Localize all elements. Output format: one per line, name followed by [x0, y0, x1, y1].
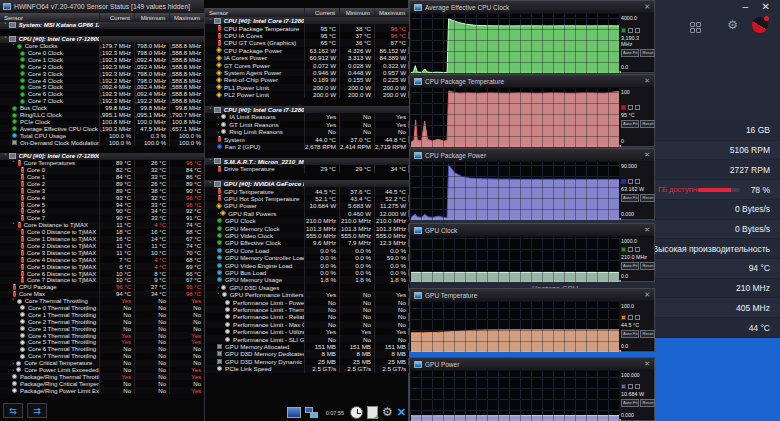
legend-checkbox[interactable]: [628, 384, 633, 389]
legend-checkbox[interactable]: [635, 28, 640, 33]
sensor-row[interactable]: GPU Bus Load0.0 %0.0 %0.0 %: [205, 269, 409, 276]
sensor-row[interactable]: PCIe Link Speed2.5 GT/s2.5 GT/s2.5 GT/s: [205, 365, 409, 372]
legend-checkbox[interactable]: [635, 179, 640, 184]
sensor-row[interactable]: GPU Power10.684 W5.683 W11.275 W: [205, 202, 409, 209]
sensor-row[interactable]: GPU D3D Memory Dedicated8 MB8 MB8 MB: [205, 350, 409, 357]
legend-checkbox[interactable]: [628, 247, 633, 252]
sensor-row[interactable]: Core 594 °C33 °C96 °C: [0, 201, 204, 208]
sensor-row[interactable]: Performance Limit - PowerNoNoNo: [205, 298, 409, 305]
sensor-section-row[interactable]: ˅GPU [#0]: NVIDIA GeForce RTX 3070 Lapto…: [205, 180, 409, 187]
sensor-row[interactable]: Core 0 Distance to TjMAX18 °C16 °C68 °C: [0, 229, 204, 236]
sensor-row[interactable]: GPU Memory Allocated151 MB151 MB151 MB: [205, 343, 409, 350]
swap-columns-button[interactable]: ⇆: [3, 403, 23, 418]
sensor-row[interactable]: Ring/LLC Clock1,995.1 MHz1,095.1 MHz3,79…: [0, 112, 204, 119]
legend-checkbox[interactable]: [628, 105, 633, 110]
sensor-row[interactable]: Core 5 Distance to TjMAX6 °C4 °C69 °C: [0, 263, 204, 270]
sensor-row[interactable]: Core 0 Clock3,192.3 MHz798.0 MHz4,588.8 …: [0, 50, 204, 57]
sensor-row[interactable]: ˅Core Distance to TjMAX11 °C4 °C74 °C: [0, 222, 204, 229]
sensor-row[interactable]: Rest-of-Chip Power0.189 W0.155 W0.225 W: [205, 76, 409, 83]
auto-fit-button[interactable]: Auto Fit: [621, 330, 639, 338]
sensor-row[interactable]: Core 3 Distance to TjMAX11 °C10 °C70 °C: [0, 249, 204, 256]
sensor-row[interactable]: Package/Ring Power Limit ExceededNoNoYes: [0, 387, 204, 394]
column-header[interactable]: Minimum: [134, 13, 169, 22]
sensor-row[interactable]: Core 790 °C33 °C91 °C: [0, 215, 204, 222]
sensor-section-row[interactable]: ˅CPU [#0]: Intel Core i7-12800H: Perform…: [205, 106, 409, 113]
sensor-row[interactable]: CPU Package96 °C27 °C96 °C: [0, 284, 204, 291]
sensor-row[interactable]: Core 3 Clock3,192.3 MHz798.0 MHz4,588.8 …: [0, 70, 204, 77]
sensor-row[interactable]: GPU Memory Clock101.3 MHz101.3 MHz101.3 …: [205, 224, 409, 231]
sensor-row[interactable]: Performance Limit - Max Operating Voltag…: [205, 321, 409, 328]
sensor-section-row[interactable]: ˅CPU [#0]: Intel Core i7-12800H: DTS: [0, 153, 204, 160]
sensor-row[interactable]: Core 184 °C33 °C86 °C: [0, 174, 204, 181]
grid-layout-icon[interactable]: [690, 22, 702, 34]
column-header[interactable]: Minimum: [339, 8, 374, 17]
sensor-row[interactable]: ›Core Power Limit ExceededNoNoYes: [0, 367, 204, 374]
column-header[interactable]: Maximum: [374, 8, 409, 17]
sensor-row[interactable]: Performance Limit - Reliability VoltageN…: [205, 313, 409, 320]
sensor-row[interactable]: Core 082 °C32 °C84 °C: [0, 167, 204, 174]
sensor-row[interactable]: ˅GPU Performance LimitersYesNoYes: [205, 291, 409, 298]
column-header[interactable]: Maximum: [169, 13, 204, 22]
sensor-row[interactable]: GPU Core Load0.0 %0.0 %0.0 %: [205, 247, 409, 254]
sensor-row[interactable]: Performance Limit - UtilizationYesYesYes: [205, 328, 409, 335]
reset-button[interactable]: Reset: [640, 262, 655, 270]
sensor-row[interactable]: ›Core Critical TemperatureNoNoNo: [0, 360, 204, 367]
reset-button[interactable]: Reset: [640, 330, 655, 338]
sensor-row[interactable]: System44.0 °C37.0 °C44.8 °C: [205, 136, 409, 143]
sensor-row[interactable]: Core 7 Distance to TjMAX10 °C9 °C67 °C: [0, 277, 204, 284]
graph-titlebar[interactable]: GPU Power✕: [410, 358, 654, 370]
legend-checkbox[interactable]: [635, 105, 640, 110]
sensor-row[interactable]: Core 2 Distance to TjMAX11 °C11 °C74 °C: [0, 243, 204, 250]
sensor-row[interactable]: GPU Video Engine Load0.0 %0.0 %0.0 %: [205, 261, 409, 268]
legend-checkbox[interactable]: [635, 315, 640, 320]
sensor-row[interactable]: GPU Temperature44.5 °C37.6 °C44.5 °C: [205, 187, 409, 194]
graph-titlebar[interactable]: CPU Package Power✕: [410, 149, 654, 161]
sensor-row[interactable]: Core 7 Clock3,192.3 MHz3,192.2 MHz4,588.…: [0, 98, 204, 105]
sensor-section-row[interactable]: ˅S.M.A.R.T.: Micron_2210_MTFDHBA1T0QF...: [205, 158, 409, 165]
sensor-row[interactable]: CPU GT Cores (Graphics)65 °C36 °C67 °C: [205, 39, 409, 46]
sensor-section-row[interactable]: ˅CPU [#0]: Intel Core i7-12800H: Enhance…: [205, 17, 409, 24]
settings-gear-icon[interactable]: ⚙: [382, 406, 393, 419]
network-monitors-icon[interactable]: [305, 407, 320, 419]
sensor-row[interactable]: Core 6 Clock3,192.3 MHz3,092.4 MHz4,588.…: [0, 91, 204, 98]
auto-fit-button[interactable]: Auto Fit: [621, 120, 639, 128]
sensor-row[interactable]: System Agent Power0.946 W0.448 W0.957 W: [205, 69, 409, 76]
sensor-row[interactable]: ›IA Limit ReasonsYesNoYes: [205, 113, 409, 120]
sensor-row[interactable]: Core 493 °C32 °C96 °C: [0, 194, 204, 201]
sensor-row[interactable]: CPU Package Temperature95 °C38 °C96 °C: [205, 24, 409, 31]
sensor-row[interactable]: Core 1 Thermal ThrottlingNoNoNo: [0, 311, 204, 318]
sensor-row[interactable]: PL2 Power Limit200.0 W200.0 W200.0 W: [205, 91, 409, 98]
series-legend-swatch[interactable]: [621, 315, 626, 320]
sensor-row[interactable]: GPU Hot Spot Temperature52.1 °C43.4 °C52…: [205, 195, 409, 202]
sensor-row[interactable]: Core 6 Thermal ThrottlingNoNoNo: [0, 346, 204, 353]
reset-button[interactable]: Reset: [640, 399, 655, 407]
sensor-row[interactable]: Core 5 Clock3,092.4 MHz3,092.4 MHz4,588.…: [0, 84, 204, 91]
legend-checkbox[interactable]: [628, 28, 633, 33]
column-header[interactable]: Current: [99, 13, 134, 22]
sensor-section-row[interactable]: ˅CPU [#0]: Intel Core i7-12800H: [0, 36, 204, 43]
sensor-row[interactable]: Core 5 Thermal ThrottlingYesNoYes: [0, 339, 204, 346]
expand-columns-button[interactable]: ⇉: [27, 403, 47, 418]
sensor-row[interactable]: Fan 2 (GPU)2,678 RPM2,414 RPM2,719 RPM: [205, 143, 409, 150]
graph-titlebar[interactable]: CPU Package Temperature✕: [410, 75, 654, 87]
sensor-row[interactable]: Average Effective CPU Clock3,190.3 MHz47…: [0, 125, 204, 132]
sensor-row[interactable]: GPU Effective Clock9.6 MHz7.9 MHz12.3 MH…: [205, 239, 409, 246]
sensor-row[interactable]: ›Ring Limit ReasonsNoNoNo: [205, 128, 409, 135]
legend-checkbox[interactable]: [628, 179, 633, 184]
sensor-row[interactable]: Performance Limit - ThermalNoNoNo: [205, 306, 409, 313]
legend-checkbox[interactable]: [635, 384, 640, 389]
sensor-row[interactable]: CPU Package Power63.162 W4.326 W86.152 W: [205, 47, 409, 54]
auto-fit-button[interactable]: Auto Fit: [621, 399, 639, 407]
sensor-row[interactable]: Package/Ring Critical TemperatureNoNoNo: [0, 380, 204, 387]
sensor-row[interactable]: Core 690 °C34 °C92 °C: [0, 208, 204, 215]
sensor-row[interactable]: Core 2 Clock3,192.3 MHz3,092.4 MHz4,588.…: [0, 63, 204, 70]
sensor-row[interactable]: Core 4 Distance to TjMAX7 °C4 °C68 °C: [0, 256, 204, 263]
sensor-row[interactable]: GPU D3D Memory Dynamic25 MB25 MB25 MB: [205, 358, 409, 365]
sensor-row[interactable]: Core 1 Distance to TjMAX16 °C14 °C67 °C: [0, 236, 204, 243]
graph-titlebar[interactable]: GPU Temperature✕: [410, 289, 654, 301]
auto-fit-button[interactable]: Auto Fit: [621, 49, 639, 57]
sensor-row[interactable]: ›GPU Rail Powers0.460 W12.000 W: [205, 210, 409, 217]
sensor-row[interactable]: On-Demand Clock Modulation100.0 %100.0 %…: [0, 139, 204, 146]
reset-button[interactable]: Reset: [640, 194, 655, 202]
sensor-row[interactable]: GPU Video Clock555.0 MHz555.0 MHz555.0 M…: [205, 232, 409, 239]
